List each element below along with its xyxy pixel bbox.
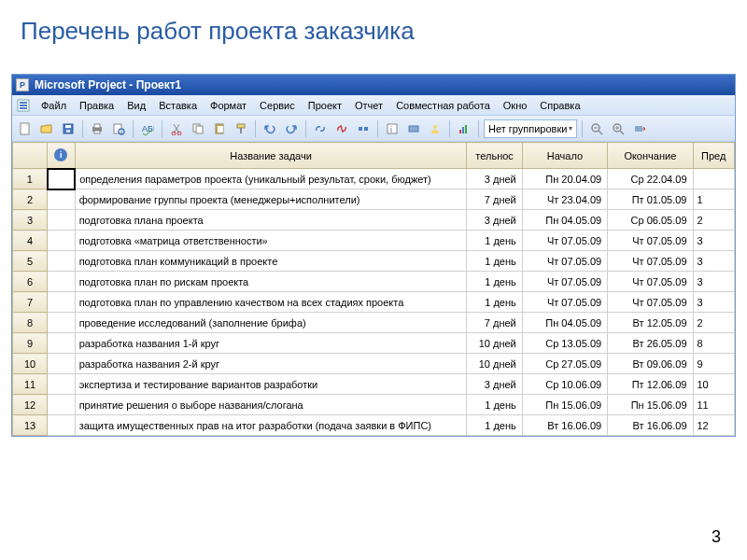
row-number[interactable]: 12 bbox=[13, 395, 48, 415]
cell-name[interactable]: подготовка план по рискам проекта bbox=[75, 272, 467, 292]
cell-name[interactable]: подготовка плана проекта bbox=[75, 210, 467, 231]
cell-info[interactable] bbox=[48, 251, 76, 272]
print-preview-icon[interactable] bbox=[109, 119, 128, 138]
cell-pred[interactable]: 11 bbox=[693, 395, 735, 415]
cell-duration[interactable]: 1 день bbox=[467, 395, 522, 415]
cell-duration[interactable]: 7 дней bbox=[467, 313, 522, 333]
cell-start[interactable]: Ср 27.05.09 bbox=[522, 354, 607, 374]
menu-collab[interactable]: Совместная работа bbox=[389, 98, 497, 113]
cell-end[interactable]: Вт 16.06.09 bbox=[608, 415, 693, 436]
cell-info[interactable] bbox=[48, 231, 76, 251]
cell-info[interactable] bbox=[48, 169, 76, 189]
cell-pred[interactable] bbox=[693, 169, 735, 189]
cell-pred[interactable]: 2 bbox=[693, 313, 735, 333]
cell-pred[interactable]: 10 bbox=[693, 374, 735, 395]
col-header-end[interactable]: Окончание bbox=[608, 143, 693, 169]
cell-duration[interactable]: 1 день bbox=[467, 272, 522, 292]
cell-pred[interactable]: 9 bbox=[693, 354, 735, 374]
cell-pred[interactable]: 2 bbox=[693, 210, 735, 231]
table-row[interactable]: 4подготовка «матрица ответственности»1 д… bbox=[13, 231, 735, 251]
cell-end[interactable]: Чт 07.05.09 bbox=[608, 292, 693, 313]
row-number[interactable]: 10 bbox=[13, 354, 48, 374]
cell-name[interactable]: экспертиза и тестирование вариантов разр… bbox=[75, 374, 467, 395]
cell-start[interactable]: Пн 15.06.09 bbox=[522, 395, 607, 415]
table-row[interactable]: 11экспертиза и тестирование вариантов ра… bbox=[13, 374, 735, 395]
spelling-icon[interactable]: AБВ bbox=[138, 119, 157, 138]
cell-start[interactable]: Чт 23.04.09 bbox=[522, 189, 607, 210]
cell-name[interactable]: разработка названия 1-й круг bbox=[75, 333, 467, 354]
col-header-pred[interactable]: Пред bbox=[693, 143, 735, 169]
cell-duration[interactable]: 10 дней bbox=[467, 354, 522, 374]
row-number[interactable]: 5 bbox=[13, 251, 48, 272]
cell-start[interactable]: Ср 10.06.09 bbox=[522, 374, 607, 395]
save-icon[interactable] bbox=[59, 119, 78, 138]
cell-name[interactable]: подготовка план по управлению качеством … bbox=[75, 292, 467, 313]
cell-name[interactable]: подготовка «матрица ответственности» bbox=[75, 231, 467, 251]
cell-name[interactable]: разработка названия 2-й круг bbox=[75, 354, 467, 374]
cell-end[interactable]: Пт 12.06.09 bbox=[608, 374, 693, 395]
cell-start[interactable]: Пн 04.05.09 bbox=[522, 210, 607, 231]
table-row[interactable]: 13защита имущественных прав на итог разр… bbox=[13, 415, 735, 436]
row-number[interactable]: 11 bbox=[13, 374, 48, 395]
menu-tools[interactable]: Сервис bbox=[253, 98, 302, 113]
table-row[interactable]: 12принятие решения о выборе названия/сло… bbox=[13, 395, 735, 415]
new-icon[interactable] bbox=[16, 119, 35, 138]
table-row[interactable]: 2формирование группы проекта (менеджеры+… bbox=[13, 189, 735, 210]
copy-icon[interactable] bbox=[189, 119, 207, 138]
cell-info[interactable] bbox=[48, 313, 76, 333]
table-row[interactable]: 7подготовка план по управлению качеством… bbox=[13, 292, 735, 313]
menu-edit[interactable]: Правка bbox=[73, 98, 120, 113]
col-header-rownum[interactable] bbox=[13, 143, 48, 169]
row-number[interactable]: 13 bbox=[13, 415, 48, 436]
task-icon[interactable] bbox=[404, 119, 423, 138]
menu-project[interactable]: Проект bbox=[302, 98, 348, 113]
cell-info[interactable] bbox=[48, 333, 76, 354]
cell-end[interactable]: Пт 01.05.09 bbox=[608, 189, 693, 210]
zoom-out-icon[interactable] bbox=[587, 119, 606, 138]
open-icon[interactable] bbox=[37, 119, 56, 138]
cell-pred[interactable]: 1 bbox=[693, 189, 735, 210]
cell-pred[interactable]: 3 bbox=[693, 231, 735, 251]
chart-icon[interactable] bbox=[455, 119, 473, 138]
cell-name[interactable]: защита имущественных прав на итог разраб… bbox=[75, 415, 467, 436]
cell-name[interactable]: проведение исследований (заполнение бриф… bbox=[75, 313, 467, 333]
table-row[interactable]: 5подготовка план коммуникаций в проекте1… bbox=[13, 251, 735, 272]
table-row[interactable]: 6подготовка план по рискам проекта1 день… bbox=[13, 272, 735, 292]
menu-format[interactable]: Формат bbox=[204, 98, 253, 113]
link-icon[interactable] bbox=[311, 119, 330, 138]
cut-icon[interactable] bbox=[167, 119, 186, 138]
cell-info[interactable] bbox=[48, 415, 76, 436]
format-painter-icon[interactable] bbox=[232, 119, 250, 138]
cell-duration[interactable]: 1 день bbox=[467, 415, 522, 436]
undo-icon[interactable] bbox=[261, 119, 279, 138]
cell-pred[interactable]: 3 bbox=[693, 251, 735, 272]
cell-duration[interactable]: 1 день bbox=[467, 251, 522, 272]
cell-pred[interactable]: 12 bbox=[693, 415, 735, 436]
cell-name[interactable]: подготовка план коммуникаций в проекте bbox=[75, 251, 467, 272]
cell-info[interactable] bbox=[48, 395, 76, 415]
cell-duration[interactable]: 1 день bbox=[467, 231, 522, 251]
cell-pred[interactable]: 8 bbox=[693, 333, 735, 354]
menu-file[interactable]: Файл bbox=[35, 98, 73, 113]
cell-start[interactable]: Пн 20.04.09 bbox=[522, 169, 607, 189]
system-menu-icon[interactable] bbox=[16, 98, 31, 113]
resource-icon[interactable] bbox=[426, 119, 444, 138]
cell-start[interactable]: Чт 07.05.09 bbox=[522, 272, 607, 292]
cell-start[interactable]: Чт 07.05.09 bbox=[522, 292, 607, 313]
zoom-in-icon[interactable] bbox=[609, 119, 627, 138]
cell-start[interactable]: Пн 04.05.09 bbox=[522, 313, 607, 333]
row-number[interactable]: 3 bbox=[13, 210, 48, 231]
cell-name[interactable]: формирование группы проекта (менеджеры+и… bbox=[75, 189, 467, 210]
cell-end[interactable]: Вт 09.06.09 bbox=[608, 354, 693, 374]
split-icon[interactable] bbox=[354, 119, 373, 138]
row-number[interactable]: 1 bbox=[13, 169, 48, 189]
menu-report[interactable]: Отчет bbox=[348, 98, 389, 113]
row-number[interactable]: 8 bbox=[13, 313, 48, 333]
cell-end[interactable]: Пн 15.06.09 bbox=[608, 395, 693, 415]
col-header-info[interactable]: i bbox=[48, 143, 76, 169]
unlink-icon[interactable] bbox=[332, 119, 351, 138]
table-row[interactable]: 9разработка названия 1-й круг10 днейСр 1… bbox=[13, 333, 735, 354]
cell-name[interactable]: принятие решения о выборе названия/слога… bbox=[75, 395, 467, 415]
cell-end[interactable]: Вт 26.05.09 bbox=[608, 333, 693, 354]
col-header-duration[interactable]: тельнос bbox=[467, 143, 522, 169]
